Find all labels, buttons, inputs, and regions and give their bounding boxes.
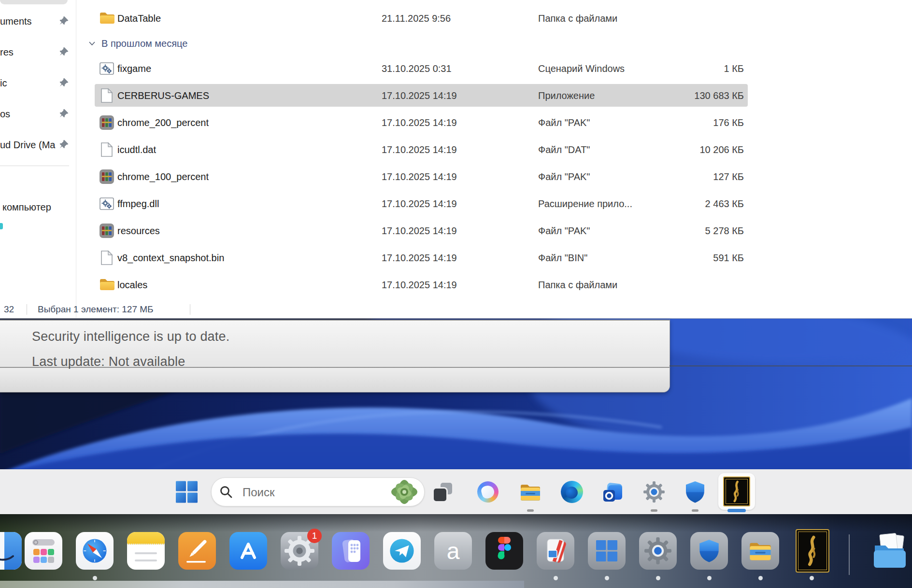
windows-settings-icon[interactable] [639, 532, 677, 570]
file-row[interactable]: v8_context_snapshot.bin 17.10.2025 14:19… [0, 246, 912, 269]
file-name: ffmpeg.dll [117, 198, 159, 209]
windows-security-shield-icon[interactable] [684, 480, 706, 504]
screen: uments res ic os ud Drive (Ma компьютер [0, 0, 912, 588]
windows-security-dock-icon[interactable] [690, 532, 728, 570]
file-type-icon-slot [99, 277, 115, 293]
script-gears-icon [99, 197, 114, 210]
app-library-icon[interactable] [25, 532, 62, 570]
running-indicator [605, 576, 609, 580]
file-name: fixgame [117, 63, 151, 74]
file-icon [100, 142, 113, 157]
file-type: Папка с файлами [538, 13, 617, 24]
file-row[interactable]: chrome_100_percent 17.10.2025 14:19 Файл… [0, 165, 912, 188]
toast-lower-pane [0, 367, 670, 392]
winrar-books-icon [99, 223, 114, 238]
safari-icon[interactable] [76, 532, 114, 570]
file-type-icon-slot [99, 87, 115, 104]
running-indicator [810, 576, 814, 580]
file-size: 1 КБ [655, 63, 744, 74]
file-name: chrome_200_percent [117, 117, 209, 128]
running-indicator [758, 576, 763, 580]
telegram-icon[interactable] [383, 532, 421, 570]
window-edge-line [670, 365, 912, 366]
file-type-icon-slot [99, 223, 115, 239]
running-indicator [93, 576, 97, 580]
file-icon [100, 250, 113, 266]
start-button[interactable] [175, 480, 198, 503]
a-app-icon[interactable]: a [434, 532, 472, 570]
file-type: Файл "PAK" [538, 117, 590, 128]
system-settings-icon[interactable]: 1 [281, 532, 318, 570]
notes-icon[interactable] [127, 532, 165, 570]
group-header-label: В прошлом месяце [101, 38, 187, 49]
file-explorer-window: uments res ic os ud Drive (Ma компьютер [0, 0, 912, 319]
item-count: 32 [4, 304, 14, 315]
taskbar-search-box[interactable] [211, 477, 425, 506]
script-gears-icon [99, 62, 114, 75]
file-type: Приложение [538, 90, 595, 101]
file-row[interactable]: locales 17.10.2025 14:19 Папка с файлами [0, 273, 912, 296]
file-row[interactable]: chrome_200_percent 17.10.2025 14:19 Файл… [0, 111, 912, 134]
file-type: Расширение прило... [538, 198, 632, 209]
file-row[interactable]: CERBERUS-GAMES 17.10.2025 14:19 Приложен… [0, 84, 912, 107]
search-input[interactable] [242, 478, 359, 507]
security-status-text: Security intelligence is up to date. [32, 329, 229, 344]
file-row[interactable]: DataTable 21.11.2025 9:56 Папка с файлам… [0, 7, 912, 29]
file-type: Сценарий Windows [538, 63, 625, 74]
file-type-icon-slot [99, 114, 115, 131]
parallels-desktop-icon[interactable] [537, 532, 574, 570]
file-name: icudtl.dat [117, 144, 156, 155]
documents-folder-icon[interactable] [870, 532, 910, 570]
task-view-button[interactable] [434, 483, 452, 501]
file-row[interactable]: icudtl.dat 17.10.2025 14:19 Файл "DAT" 1… [0, 138, 912, 161]
winrar-books-icon [99, 169, 114, 184]
pages-icon[interactable] [178, 532, 216, 570]
file-date: 17.10.2025 14:19 [382, 252, 457, 263]
copilot-icon[interactable] [477, 481, 499, 503]
a-app-letter: a [447, 538, 460, 564]
search-icon [219, 485, 233, 499]
file-date: 17.10.2025 14:19 [382, 117, 457, 128]
figma-icon[interactable] [485, 532, 523, 570]
folder-icon [99, 12, 114, 25]
windows-explorer-dock-icon[interactable] [741, 532, 779, 570]
winrar-books-icon [99, 115, 114, 130]
file-type-icon-slot [99, 196, 115, 212]
file-type: Папка с файлами [538, 279, 617, 290]
group-header[interactable]: В прошлом месяце [0, 34, 912, 53]
security-last-update-text: Last update: Not available [32, 354, 185, 369]
outlook-icon[interactable] [602, 481, 624, 503]
finder-icon[interactable] [0, 532, 22, 570]
status-separator [190, 304, 190, 315]
file-type: Файл "BIN" [538, 252, 587, 263]
file-row[interactable]: ffmpeg.dll 17.10.2025 14:19 Расширение п… [0, 192, 912, 215]
file-row[interactable]: resources 17.10.2025 14:19 Файл "PAK" 5 … [0, 219, 912, 242]
cerberus-games-icon [723, 476, 750, 506]
file-date: 17.10.2025 14:19 [382, 90, 457, 101]
file-explorer-icon[interactable] [519, 481, 542, 503]
folder-icon [99, 278, 114, 291]
file-size: 176 КБ [655, 117, 744, 128]
file-date: 17.10.2025 14:19 [382, 144, 457, 155]
file-name: CERBERUS-GAMES [117, 90, 209, 101]
search-highlight-plant-image[interactable] [390, 479, 418, 504]
file-type-icon-slot [99, 141, 115, 158]
active-app-indicator [727, 509, 746, 512]
settings-gear-icon[interactable] [643, 481, 665, 503]
cerberus-games-taskbar-button[interactable] [718, 473, 755, 510]
iphone-mirroring-icon[interactable] [332, 532, 370, 570]
running-indicator [707, 576, 712, 580]
windows-security-toast[interactable]: Security intelligence is up to date. Las… [0, 320, 670, 392]
file-name: chrome_100_percent [117, 171, 209, 182]
file-date: 17.10.2025 14:19 [382, 279, 457, 290]
running-indicator [527, 509, 534, 512]
app-store-icon[interactable] [229, 532, 267, 570]
file-size: 130 683 КБ [655, 90, 744, 101]
task-view-front-square [434, 489, 446, 501]
windows-11-icon[interactable] [588, 532, 626, 570]
file-name: locales [117, 279, 147, 290]
file-type-icon-slot [99, 60, 115, 77]
file-row[interactable]: fixgame 31.10.2025 0:31 Сценарий Windows… [0, 57, 912, 80]
edge-icon[interactable] [561, 481, 583, 503]
cerberus-games-dock-icon[interactable] [796, 529, 829, 573]
